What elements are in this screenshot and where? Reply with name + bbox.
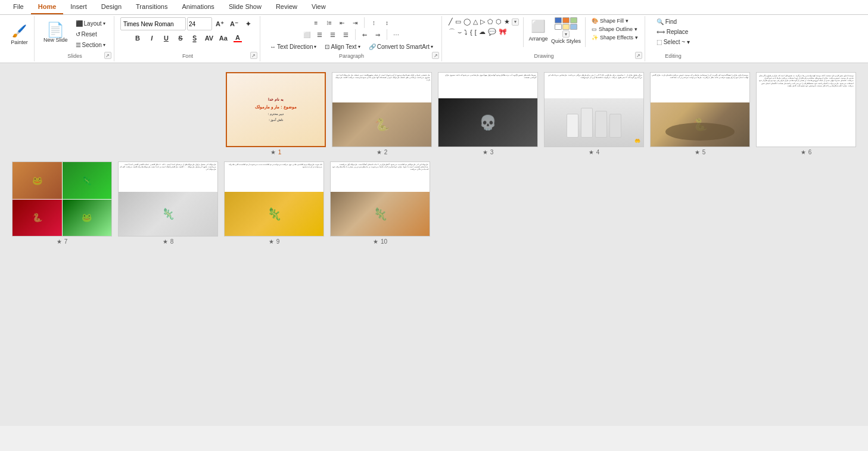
convert-smartart-button[interactable]: 🔗 Convert to SmartArt ▾: [365, 42, 437, 52]
style-blue[interactable]: [555, 17, 562, 23]
tab-design[interactable]: Design: [94, 0, 129, 14]
shape-rect[interactable]: ▭: [455, 17, 462, 26]
decrease-font-button[interactable]: A⁻: [228, 17, 241, 30]
shape-hex[interactable]: ⬡: [495, 17, 502, 26]
style-white[interactable]: [555, 24, 562, 30]
drawing-group: ╱ ▭ ◯ △ ▷ ⬠ ⬡ ★ ▾ ⌒ ⌣ ⤵ {: [443, 16, 645, 61]
columns-button[interactable]: ⫶: [368, 17, 379, 28]
slide-thumb-9[interactable]: یک پیوند مارمولک در یم افتابیدن هایی بوی…: [224, 161, 324, 245]
shape-banner[interactable]: 🎀: [498, 27, 508, 36]
rtl-text-button[interactable]: ⇐: [359, 29, 371, 40]
slide-thumb-1[interactable]: به نام خدا موضوع : مار و مارمولک دبیر مح…: [226, 72, 326, 155]
select-button[interactable]: ⬚ Select ~ ▾: [654, 38, 692, 46]
style-orange[interactable]: [562, 17, 570, 23]
char-spacing-button[interactable]: AV: [203, 32, 216, 45]
slide-1-content: به نام خدا موضوع : مار و مارمولک دبیر مح…: [227, 73, 325, 146]
style-yellow[interactable]: [562, 24, 570, 30]
align-right-button[interactable]: ☰: [327, 29, 339, 40]
indent-decrease-button[interactable]: ⇤: [336, 17, 348, 28]
replace-button[interactable]: ⟺ Replace: [654, 27, 691, 36]
tab-animations[interactable]: Animations: [175, 0, 221, 14]
line-spacing-button[interactable]: ↕: [381, 17, 393, 28]
drawing-expand[interactable]: ↗: [635, 52, 642, 59]
shape-cloud[interactable]: ☁: [478, 27, 486, 36]
align-center-button[interactable]: ☰: [314, 29, 326, 40]
slide-thumb-5[interactable]: پوست‌اندازی ماران را هیچگاه دست کم نگیری…: [650, 72, 750, 155]
slide-thumb-6[interactable]: پوست‌اندازی چنین کاربرد دارد. صحبت آنکه …: [756, 72, 856, 155]
paragraph-expand[interactable]: ↗: [432, 52, 439, 59]
style-green[interactable]: [570, 17, 577, 23]
slide-thumb-2[interactable]: مار حقیقی عنوانی ای که هم‌خانواده و درون…: [332, 72, 432, 155]
numbering-button[interactable]: ⁝≡: [323, 17, 335, 28]
align-left-button[interactable]: ⬜: [301, 29, 313, 40]
slide-img-2: مار حقیقی عنوانی ای که هم‌خانواده و درون…: [332, 72, 432, 147]
align-text-button[interactable]: ⊡ Align Text ▾: [321, 42, 363, 52]
font-name-input[interactable]: [120, 17, 186, 30]
layout-arrow: ▾: [103, 21, 105, 26]
tab-slideshow[interactable]: Slide Show: [222, 0, 269, 14]
find-button[interactable]: 🔍 Find: [654, 17, 679, 26]
slide-2-content: مار حقیقی عنوانی ای که هم‌خانواده و درون…: [332, 73, 431, 147]
slide1-teacher: دبیر محترم :: [255, 112, 296, 117]
indent-increase-button[interactable]: ⇥: [349, 17, 361, 28]
slide-thumb-8[interactable]: مارمولک اثر محمل برای از مارمولک‌های از …: [118, 161, 218, 245]
shape-circle[interactable]: ◯: [463, 17, 471, 26]
section-button[interactable]: ☰ Section ▾: [72, 40, 109, 50]
paragraph-more-button[interactable]: ⋯: [390, 29, 402, 40]
slide-thumb-10[interactable]: ماربوداء این اثر مارمولک در یم افتابیدنه…: [330, 161, 430, 245]
text-direction-button[interactable]: ↔ Text Direction ▾: [266, 42, 321, 52]
tab-home[interactable]: Home: [31, 0, 64, 14]
ltr-text-button[interactable]: ⇒: [372, 29, 384, 40]
shadow-button[interactable]: S̲: [188, 32, 201, 45]
drawing-group-label: Drawing: [443, 53, 645, 59]
shape-triangle[interactable]: △: [472, 17, 478, 26]
reset-button[interactable]: ↺ Reset: [72, 29, 109, 39]
tab-transitions[interactable]: Transitions: [129, 0, 175, 14]
font-color-button[interactable]: A: [231, 32, 244, 45]
bold-button[interactable]: B: [131, 32, 144, 45]
strikethrough-button[interactable]: S: [174, 32, 187, 45]
align-text-arrow: ▾: [358, 44, 360, 49]
shape-fill-button[interactable]: 🎨 Shape Fill ▾: [590, 17, 640, 24]
shape-line[interactable]: ╱: [448, 17, 453, 26]
shape-brace[interactable]: {: [469, 28, 473, 36]
clear-format-button[interactable]: ✦: [242, 17, 255, 30]
shape-star[interactable]: ★: [503, 17, 511, 26]
font-expand[interactable]: ↗: [250, 52, 257, 59]
tab-review[interactable]: Review: [269, 0, 304, 14]
underline-button[interactable]: U: [160, 32, 173, 45]
shapes-expand[interactable]: ▾: [512, 18, 519, 26]
arrange-button[interactable]: ⬜: [528, 17, 549, 35]
shape-effects-icon: ✨: [592, 35, 598, 41]
layout-button[interactable]: ⬛ Layout ▾: [72, 18, 109, 29]
quick-styles-expand[interactable]: ▾: [562, 30, 570, 38]
painter-tool[interactable]: 🖌️ Painter: [10, 23, 29, 46]
tab-insert[interactable]: Insert: [63, 0, 94, 14]
slide-thumb-7[interactable]: 🐸 🦎 🐍 🐸 ★ 7: [12, 161, 112, 245]
slides-expand[interactable]: ↗: [104, 52, 111, 59]
shape-curve1[interactable]: ⌒: [448, 27, 456, 37]
justify-button[interactable]: ☰: [340, 29, 352, 40]
shape-outline-button[interactable]: ▭ Shape Outline ▾: [590, 26, 640, 33]
painter-group: 🖌️ Painter: [5, 16, 35, 61]
slide-thumb-4[interactable]: بزرگی طول ماران از ۱۰ سانتیمتر برای مار …: [544, 72, 644, 155]
tab-view[interactable]: View: [304, 0, 333, 14]
shape-pentagon[interactable]: ⬠: [487, 17, 494, 26]
tab-file[interactable]: File: [6, 0, 31, 14]
new-slide-button[interactable]: 📄 New Slide: [41, 17, 71, 48]
style-lightblue[interactable]: [570, 24, 577, 30]
shape-callout[interactable]: 💬: [487, 27, 497, 36]
bullets-button[interactable]: ≡: [310, 17, 322, 28]
slide-3-star: ★: [483, 149, 488, 155]
shape-connector[interactable]: ⤵: [463, 28, 468, 36]
italic-button[interactable]: I: [145, 32, 158, 45]
shape-effects-button[interactable]: ✨ Shape Effects ▾: [590, 34, 640, 41]
slide-6-content: پوست‌اندازی چنین کاربرد دارد. صحبت آنکه …: [757, 73, 855, 147]
increase-font-button[interactable]: A⁺: [213, 17, 226, 30]
shape-arrow[interactable]: ▷: [480, 17, 486, 26]
shape-bracket[interactable]: [: [474, 28, 477, 36]
shape-curve2[interactable]: ⌣: [457, 27, 462, 36]
case-button[interactable]: Aa: [217, 32, 230, 45]
slide-thumb-3[interactable]: مورها حلقه‌های شیپور از گروه آب برده طال…: [438, 72, 538, 155]
font-size-input[interactable]: [187, 17, 212, 30]
